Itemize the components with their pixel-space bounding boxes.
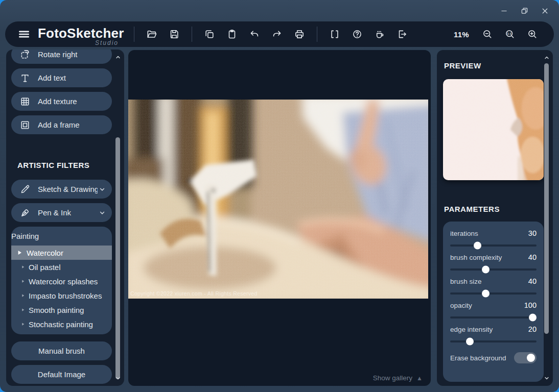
scroll-down-icon[interactable] — [543, 375, 550, 382]
preview-title: PREVIEW — [444, 61, 553, 70]
slider-thumb[interactable] — [529, 314, 537, 322]
slider-thumb[interactable] — [474, 242, 481, 250]
parameter-label: edge intensity — [450, 326, 493, 333]
parameter-header: edge intensity20 — [450, 325, 537, 333]
parameter-header: opacity100 — [450, 301, 537, 309]
parameter-value: 30 — [528, 229, 537, 237]
undo-button[interactable] — [243, 24, 266, 44]
parameter-value: 20 — [528, 325, 537, 333]
erase-background-row: Erase background — [450, 352, 537, 363]
artistic-filters-heading: ARTISTIC FILTERS — [17, 161, 118, 169]
scroll-up-icon[interactable] — [543, 54, 550, 61]
print-icon — [294, 29, 305, 40]
close-button[interactable] — [534, 3, 555, 18]
hamburger-menu-button[interactable] — [15, 26, 33, 43]
filter-item-label: Watercolor — [27, 249, 63, 257]
filter-item-impasto-brushstrokes[interactable]: Impasto brushstrokes — [11, 288, 112, 303]
zoom-out-icon — [482, 29, 493, 40]
toggle-knob — [527, 354, 535, 362]
compare-button[interactable] — [323, 24, 346, 44]
redo-button[interactable] — [266, 24, 288, 44]
donate-coffee-button[interactable] — [368, 24, 391, 44]
parameter-brush-complexity: brush complexity40 — [450, 253, 537, 271]
parameter-slider[interactable] — [450, 268, 537, 271]
filter-group-pen-ink[interactable]: Pen & Ink — [11, 203, 112, 222]
scroll-up-icon[interactable] — [114, 54, 122, 61]
exit-button[interactable] — [391, 24, 413, 44]
parameter-label: brush size — [450, 278, 482, 285]
tool-button-rotate-right[interactable]: Rotate right — [11, 50, 112, 64]
coffee-icon — [374, 29, 385, 40]
compare-icon — [329, 29, 340, 40]
zoom-out-button[interactable] — [476, 24, 499, 44]
titlebar — [0, 0, 559, 21]
action-button-label: Default Image — [38, 370, 85, 379]
show-gallery-label: Show gallery — [373, 374, 412, 382]
filter-group-label: Pen & Ink — [38, 208, 98, 217]
parameter-label: brush complexity — [450, 254, 502, 261]
manual-brush-button[interactable]: Manual brush — [11, 341, 112, 360]
tool-button-add-text[interactable]: Add text — [11, 68, 112, 87]
filter-item-watercolor-splashes[interactable]: Watercolor splashes — [11, 274, 112, 288]
bullet-icon — [19, 321, 27, 328]
bullet-icon — [19, 306, 27, 313]
parameter-header: brush complexity40 — [450, 253, 537, 261]
filter-group-sketch-drawing[interactable]: Sketch & Drawing — [11, 180, 112, 199]
tool-button-add-a-frame[interactable]: Add a frame — [11, 115, 112, 134]
slider-thumb[interactable] — [482, 290, 490, 298]
show-gallery-button[interactable]: Show gallery ▲ — [373, 374, 423, 382]
restore-button[interactable] — [514, 3, 534, 18]
parameter-value: 100 — [524, 301, 537, 309]
paste-button[interactable] — [221, 24, 243, 44]
parameter-brush-size: brush size40 — [450, 277, 537, 295]
slider-thumb[interactable] — [482, 266, 490, 274]
copy-button[interactable] — [198, 24, 221, 44]
add-texture-icon — [19, 96, 31, 107]
open-file-button[interactable] — [141, 24, 163, 44]
parameter-slider[interactable] — [450, 244, 537, 247]
paste-icon — [226, 29, 238, 40]
svg-text:1:1: 1:1 — [507, 32, 511, 35]
zoom-level-label: 11% — [454, 30, 469, 39]
scroll-down-icon[interactable] — [114, 375, 122, 382]
zoom-in-button[interactable] — [521, 24, 544, 44]
sidebar-scrollbar[interactable] — [114, 53, 122, 383]
right-panel: PREVIEW PARAMETERS iterations30brush — [437, 50, 553, 386]
add-frame-icon — [19, 119, 31, 131]
filter-item-watercolor[interactable]: Watercolor — [11, 246, 112, 260]
sidebar-scroll-thumb[interactable] — [115, 137, 120, 379]
zoom-actual-size-button[interactable]: 1:1 — [499, 24, 521, 44]
filter-item-oil-pastel[interactable]: Oil pastel — [11, 260, 112, 274]
app-window: FotoSketcher Studio 11% 1:1 Rotate right… — [0, 0, 559, 392]
tool-button-label: Add a frame — [38, 120, 112, 129]
bullet-icon — [19, 263, 27, 271]
tool-button-label: Add text — [38, 74, 112, 82]
right-panel-scrollbar[interactable] — [543, 53, 551, 383]
erase-background-toggle[interactable] — [514, 352, 537, 363]
rotate-right-icon — [19, 50, 31, 60]
filter-item-stochastic-painting[interactable]: Stochastic painting — [11, 317, 112, 331]
parameter-label: opacity — [450, 302, 472, 309]
print-button[interactable] — [288, 24, 311, 44]
zoom-1-1-icon: 1:1 — [504, 29, 516, 40]
filter-group-header-painting[interactable]: Painting — [11, 227, 112, 246]
parameter-slider[interactable] — [450, 340, 537, 342]
toggle-label: Erase background — [450, 354, 506, 362]
help-button[interactable] — [346, 24, 368, 44]
app-logo: FotoSketcher Studio — [38, 23, 124, 45]
slider-thumb[interactable] — [466, 338, 474, 346]
save-button[interactable] — [163, 24, 185, 44]
gallery-up-arrow-icon: ▲ — [416, 375, 423, 382]
filter-item-label: Impasto brushstrokes — [29, 291, 102, 300]
right-panel-scroll-thumb[interactable] — [544, 63, 549, 334]
caret-right-icon — [15, 249, 24, 257]
parameter-slider[interactable] — [450, 316, 537, 318]
folder-open-icon — [146, 29, 157, 40]
minimize-button[interactable] — [494, 3, 514, 18]
tool-button-add-texture[interactable]: Add texture — [11, 92, 112, 111]
redo-icon — [271, 29, 283, 40]
help-icon — [352, 29, 363, 40]
parameter-slider[interactable] — [450, 292, 537, 295]
filter-item-smooth-painting[interactable]: Smooth painting — [11, 303, 112, 317]
default-image-button[interactable]: Default Image — [11, 365, 112, 384]
